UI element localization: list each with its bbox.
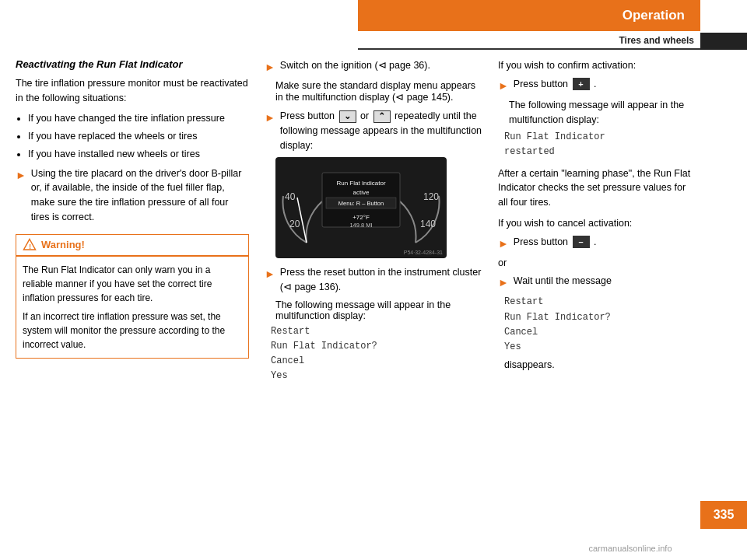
warning-text-1: The Run Flat Indicator can only warn you… <box>23 263 242 305</box>
warning-header: ! Warning! <box>16 235 248 257</box>
svg-text:120: 120 <box>423 191 439 202</box>
svg-text:40: 40 <box>285 191 296 202</box>
left-column: Reactivating the Run Flat Indicator The … <box>16 58 249 521</box>
mid-step1: ► Switch on the ignition (⊲ page 36). <box>265 58 482 75</box>
svg-text:!: ! <box>29 243 31 250</box>
svg-text:149.8 MI: 149.8 MI <box>349 222 372 229</box>
tires-label: Tires and wheels <box>619 35 695 46</box>
mid-step3: ► Press the reset button in the instrume… <box>265 265 482 295</box>
bullet-list: If you have changed the tire inflation p… <box>28 110 249 162</box>
arrow-icon: ► <box>265 110 275 152</box>
cancel-step-text: Press button – . <box>514 235 597 252</box>
section-title: Reactivating the Run Flat Indicator <box>16 58 249 70</box>
plus-button: + <box>573 78 590 90</box>
svg-text:+72°F: +72°F <box>352 214 370 221</box>
svg-text:P54·32-4284-31: P54·32-4284-31 <box>404 250 443 255</box>
mid-code-block: RestartRun Flat Indicator?CancelYes <box>271 324 482 384</box>
watermark: carmanualsonline.info <box>514 537 747 560</box>
svg-text:20: 20 <box>289 219 300 229</box>
cancel-intro: If you wish to cancel activation: <box>498 216 693 231</box>
mid-step4-text: The following message will appear in the… <box>275 299 482 321</box>
content: Reactivating the Run Flat Indicator The … <box>16 58 693 521</box>
arrow-icon: ► <box>498 275 509 291</box>
mid-step2: ► Press button ⌄ or ⌃ repeatedly until t… <box>265 109 482 152</box>
mid-column: ► Switch on the ignition (⊲ page 36). Ma… <box>265 58 482 521</box>
list-item: If you have changed the tire inflation p… <box>28 110 249 126</box>
operation-label: Operation <box>622 8 685 23</box>
disappears-text: disappears. <box>504 358 693 373</box>
arrow-icon: ► <box>265 59 275 75</box>
arrow-icon: ► <box>498 236 509 252</box>
right-step1: ► Press button + . <box>498 77 693 94</box>
down-arrow-button: ⌄ <box>339 110 356 123</box>
or-text: or <box>498 256 693 271</box>
right-code2: Run Flat Indicatorrestarted <box>504 130 693 159</box>
right-step1-text: Press button + . <box>514 77 597 94</box>
arrow-step-text: Using the tire placard on the driver's d… <box>31 166 249 225</box>
mid-step2-text: Press button ⌄ or ⌃ repeatedly until the… <box>280 109 482 152</box>
warning-text-2: If an incorrect tire inflation pressure … <box>23 310 242 352</box>
minus-button: – <box>573 236 590 248</box>
right-code3: RestartRun Flat Indicator?CancelYes <box>504 295 693 355</box>
warning-body: The Run Flat Indicator can only warn you… <box>16 257 248 358</box>
wait-step: ► Wait until the message <box>498 274 693 291</box>
warning-triangle-icon: ! <box>23 238 37 252</box>
svg-text:140: 140 <box>420 219 436 229</box>
right-intro: If you wish to confirm activation: <box>498 58 693 73</box>
warning-box: ! Warning! The Run Flat Indicator can on… <box>16 234 249 359</box>
arrow-icon: ► <box>16 167 26 225</box>
warning-title: Warning! <box>41 239 85 250</box>
intro-text: The tire inflation pressure monitor must… <box>16 76 249 106</box>
cluster-container: 20 40 140 120 Run Flat Indicator active … <box>275 157 482 261</box>
up-arrow-button: ⌃ <box>374 110 391 123</box>
header-operation: Operation <box>358 0 700 31</box>
svg-text:active: active <box>353 189 370 196</box>
mid-step3-text: Press the reset button in the instrument… <box>280 265 482 295</box>
cluster-image: 20 40 140 120 Run Flat Indicator active … <box>275 157 447 258</box>
cancel-step: ► Press button – . <box>498 235 693 252</box>
right-column: If you wish to confirm activation: ► Pre… <box>498 58 693 521</box>
arrow-icon: ► <box>265 266 275 295</box>
right-step3: After a certain "learning phase", the Ru… <box>498 166 693 210</box>
right-step2: The following message will appear in the… <box>509 98 693 128</box>
header-bar: Operation Tires and wheels <box>358 0 747 31</box>
list-item: If you have replaced the wheels or tires <box>28 128 249 144</box>
svg-text:Run Flat Indicator: Run Flat Indicator <box>336 180 385 187</box>
page-number: 335 <box>700 501 747 529</box>
mid-step1-detail: Make sure the standard display menu appe… <box>275 80 482 103</box>
arrow-step: ► Using the tire placard on the driver's… <box>16 166 249 225</box>
svg-text:Menu: R – Button: Menu: R – Button <box>338 200 384 207</box>
arrow-icon: ► <box>498 78 509 94</box>
list-item: If you have installed new wheels or tire… <box>28 146 249 162</box>
mid-step1-text: Switch on the ignition (⊲ page 36). <box>280 58 430 75</box>
header-tires: Tires and wheels <box>358 33 700 50</box>
wait-step-text: Wait until the message <box>514 274 612 291</box>
black-block-right <box>700 33 747 50</box>
